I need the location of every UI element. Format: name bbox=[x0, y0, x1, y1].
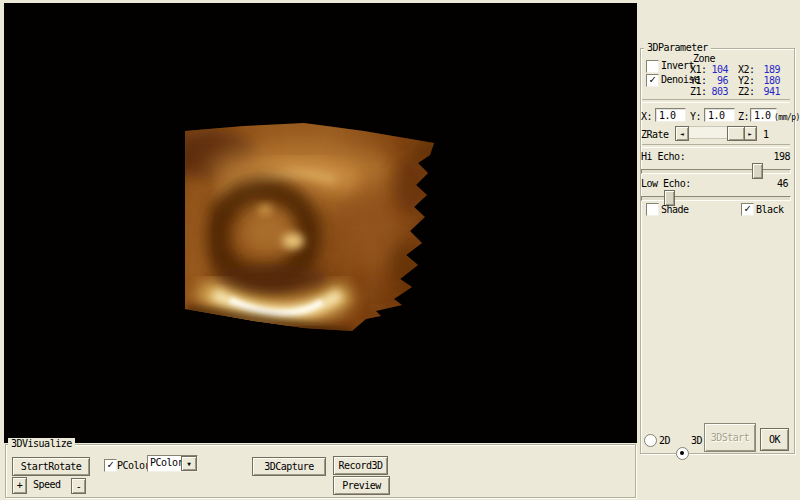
zone-row: Y1: 96 Y2: 180 bbox=[690, 75, 790, 86]
pcolor-dropdown[interactable]: PColor ▼ bbox=[147, 455, 198, 472]
mode-3d-label: 3D bbox=[691, 435, 702, 446]
hi-echo-thumb[interactable] bbox=[752, 163, 763, 179]
scale-unit-label: (mm/p) bbox=[774, 112, 800, 123]
preview-button[interactable]: Preview bbox=[333, 476, 390, 495]
hi-echo-value: 198 bbox=[760, 151, 790, 162]
start-rotate-button[interactable]: StartRotate bbox=[12, 457, 90, 476]
zone-x1-value: 104 bbox=[708, 64, 728, 75]
zrate-track[interactable] bbox=[689, 126, 743, 139]
shade-checkbox[interactable]: ✓ bbox=[646, 203, 659, 216]
check-icon: ✓ bbox=[107, 460, 114, 469]
mode-3d-radio[interactable] bbox=[676, 447, 689, 460]
param-group-title: 3DParameter bbox=[644, 42, 711, 53]
denoise-checkbox[interactable]: ✓ bbox=[646, 74, 659, 87]
zone-label: Zone bbox=[693, 53, 715, 64]
record-3d-button[interactable]: Record3D bbox=[333, 456, 388, 475]
black-label: Black bbox=[756, 204, 784, 215]
zone-x2-value: 189 bbox=[756, 64, 780, 75]
zone-x1-label: X1: bbox=[690, 64, 708, 75]
zone-row: X1: 104 X2: 189 bbox=[690, 64, 790, 75]
zrate-label: ZRate bbox=[641, 129, 669, 140]
hi-echo-slider[interactable] bbox=[641, 163, 791, 177]
check-icon: ✓ bbox=[649, 75, 656, 84]
zone-y1-label: Y1: bbox=[690, 75, 708, 86]
zone-row: Z1: 803 Z2: 941 bbox=[690, 86, 790, 97]
chevron-down-icon[interactable]: ▼ bbox=[181, 456, 197, 471]
low-echo-label: Low Echo: bbox=[641, 178, 691, 189]
low-echo-slider[interactable] bbox=[641, 190, 791, 204]
mode-2d-label: 2D bbox=[659, 435, 670, 446]
capture-3d-button[interactable]: 3DCapture bbox=[252, 457, 326, 476]
shade-label: Shade bbox=[661, 204, 689, 215]
zone-x2-label: X2: bbox=[738, 64, 756, 75]
start3d-button[interactable]: 3DStart bbox=[704, 423, 756, 452]
zone-y2-label: Y2: bbox=[738, 75, 756, 86]
pcolor-label: PColor bbox=[117, 460, 150, 471]
zrate-scrollbar[interactable]: ◄ ► bbox=[675, 126, 757, 139]
hi-echo-label: Hi Echo: bbox=[641, 151, 685, 162]
low-echo-value: 46 bbox=[758, 178, 788, 189]
scale-z-label: Z: bbox=[738, 111, 749, 122]
zone-z2-value: 941 bbox=[756, 86, 780, 97]
zone-z1-value: 803 bbox=[708, 86, 728, 97]
3d-render-viewport[interactable] bbox=[4, 3, 637, 443]
speed-minus-button[interactable]: - bbox=[71, 478, 86, 494]
mode-2d-radio[interactable] bbox=[644, 434, 657, 447]
divider bbox=[642, 99, 790, 103]
scale-y-input[interactable] bbox=[704, 108, 735, 122]
zrate-scroll-right-icon[interactable]: ► bbox=[743, 126, 757, 141]
invert-checkbox[interactable]: ✓ bbox=[646, 60, 659, 73]
visualize-group-title: 3DVisualize bbox=[8, 438, 75, 449]
ok-button[interactable]: OK bbox=[760, 428, 789, 451]
speed-plus-button[interactable]: + bbox=[12, 477, 27, 494]
zrate-thumb[interactable] bbox=[727, 126, 745, 141]
speed-label: Speed bbox=[33, 479, 61, 490]
pcolor-dropdown-value[interactable]: PColor bbox=[148, 456, 181, 471]
pcolor-checkbox[interactable]: ✓ bbox=[104, 459, 117, 472]
zrate-scroll-left-icon[interactable]: ◄ bbox=[675, 126, 689, 141]
scale-x-input[interactable] bbox=[655, 108, 686, 122]
zrate-value: 1 bbox=[763, 129, 769, 140]
app-window: 3DParameter ✓ Invert ✓ Denoise Zone X1: … bbox=[0, 0, 800, 500]
zone-z1-label: Z1: bbox=[690, 86, 708, 97]
zone-table: X1: 104 X2: 189 Y1: 96 Y2: 180 Z1: 803 Z… bbox=[690, 64, 790, 97]
zone-y1-value: 96 bbox=[708, 75, 728, 86]
black-checkbox[interactable]: ✓ bbox=[741, 203, 754, 216]
zone-y2-value: 180 bbox=[756, 75, 780, 86]
scale-z-input[interactable] bbox=[750, 108, 777, 122]
divider bbox=[642, 144, 790, 148]
check-icon: ✓ bbox=[744, 204, 751, 213]
ultrasound-render bbox=[4, 3, 637, 443]
zone-z2-label: Z2: bbox=[738, 86, 756, 97]
scale-y-label: Y: bbox=[690, 111, 701, 122]
scale-x-label: X: bbox=[641, 111, 652, 122]
hi-echo-track[interactable] bbox=[641, 169, 791, 174]
